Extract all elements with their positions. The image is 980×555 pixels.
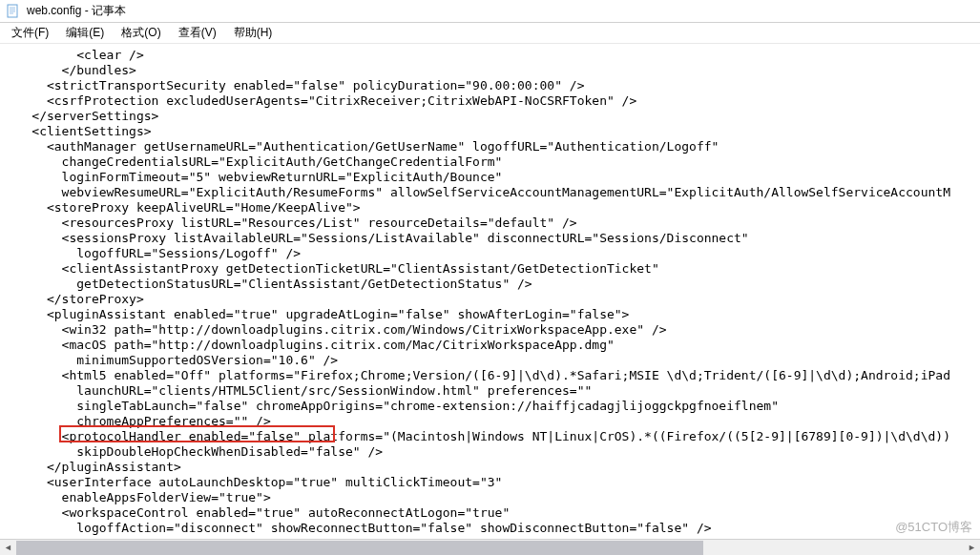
code-line: </serverSettings>	[2, 109, 978, 124]
code-line: <workspaceControl enabled="true" autoRec…	[2, 505, 978, 521]
scroll-left-button[interactable]: ◄	[0, 540, 16, 556]
menu-edit[interactable]: 编辑(E)	[58, 23, 112, 43]
code-line: minimumSupportedOSVersion="10.6" />	[2, 353, 978, 368]
horizontal-scrollbar[interactable]: ◄ ►	[0, 539, 980, 555]
scroll-thumb[interactable]	[16, 541, 703, 555]
code-line: webviewResumeURL="ExplicitAuth/ResumeFor…	[2, 185, 978, 200]
code-line: <macOS path="http://downloadplugins.citr…	[2, 338, 978, 353]
code-line: logoffURL="Sessions/Logoff" />	[2, 246, 978, 261]
text-editor-content[interactable]: <clear /> </bundles> <strictTransportSec…	[0, 44, 980, 539]
code-line: <sessionsProxy listAvailableURL="Session…	[2, 231, 978, 246]
code-line: <clear />	[2, 48, 978, 63]
code-line: singleTabLaunch="false" chromeAppOrigins…	[2, 399, 978, 414]
code-line: <authManager getUsernameURL="Authenticat…	[2, 139, 978, 154]
code-line: skipDoubleHopCheckWhenDisabled="false" /…	[2, 444, 978, 460]
code-line: </storeProxy>	[2, 292, 978, 307]
code-line: <clientAssistantProxy getDetectionTicket…	[2, 261, 978, 277]
menu-view[interactable]: 查看(V)	[171, 23, 224, 43]
menu-format[interactable]: 格式(O)	[114, 23, 168, 43]
code-line: <userInterface autoLaunchDesktop="true" …	[2, 475, 978, 490]
code-line: <clientSettings>	[2, 124, 978, 139]
code-line: changeCredentialsURL="ExplicitAuth/GetCh…	[2, 154, 978, 170]
code-line: <html5 enabled="Off" platforms="Firefox;…	[2, 368, 978, 383]
menu-file[interactable]: 文件(F)	[4, 23, 56, 43]
scroll-right-button[interactable]: ►	[964, 540, 980, 556]
menu-help[interactable]: 帮助(H)	[226, 23, 281, 43]
code-line: chromeAppPreferences="" />	[2, 414, 978, 429]
code-line: <storeProxy keepAliveURL="Home/KeepAlive…	[2, 200, 978, 216]
code-line: <strictTransportSecurity enabled="false"…	[2, 78, 978, 93]
code-line: <csrfProtection excludedUserAgents="Citr…	[2, 93, 978, 109]
code-line: loginFormTimeout="5" webviewReturnURL="E…	[2, 170, 978, 185]
code-line: launchURL="clients/HTML5Client/src/Sessi…	[2, 383, 978, 399]
code-line: getDetectionStatusURL="ClientAssistant/G…	[2, 277, 978, 292]
menubar: 文件(F) 编辑(E) 格式(O) 查看(V) 帮助(H)	[0, 23, 980, 44]
code-line: </pluginAssistant>	[2, 460, 978, 475]
window-title: web.config - 记事本	[27, 3, 126, 19]
code-line: <pluginAssistant enabled="true" upgradeA…	[2, 307, 978, 322]
notepad-icon	[6, 4, 21, 19]
code-line: </bundles>	[2, 63, 978, 78]
code-line: <protocolHandler enabled="false" platfor…	[2, 429, 978, 444]
code-line: <win32 path="http://downloadplugins.citr…	[2, 322, 978, 338]
code-line: <resourcesProxy listURL="Resources/List"…	[2, 216, 978, 231]
titlebar: web.config - 记事本	[0, 0, 980, 23]
code-line: enableAppsFolderView="true">	[2, 490, 978, 505]
code-line: logoffAction="disconnect" showReconnectB…	[2, 521, 978, 536]
scroll-track[interactable]	[16, 540, 964, 556]
